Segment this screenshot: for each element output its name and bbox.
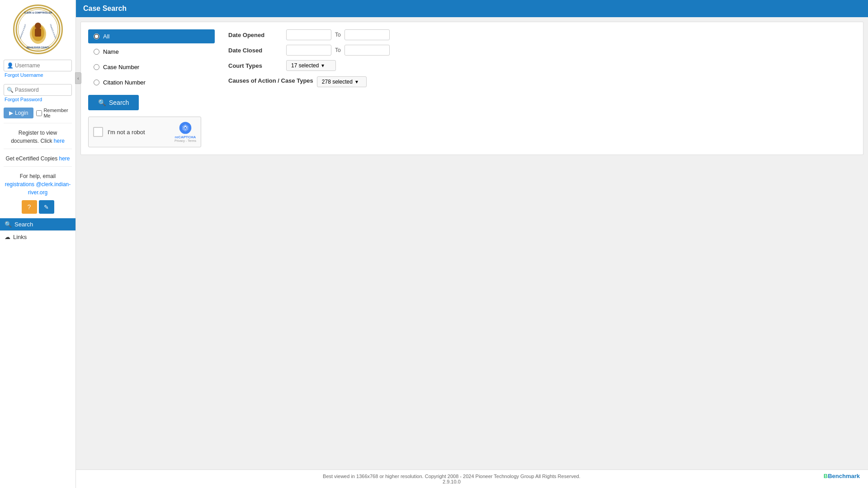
date-opened-to-input[interactable] bbox=[344, 29, 390, 40]
case-search-form: All Name Case Number Citation Number bbox=[80, 22, 863, 155]
recaptcha-text: I'm not a robot bbox=[108, 129, 170, 136]
radio-section: All Name Case Number Citation Number bbox=[88, 29, 215, 147]
date-opened-from-input[interactable] bbox=[286, 29, 331, 40]
radio-name-label[interactable]: Name bbox=[103, 48, 119, 55]
recaptcha-logo: reCAPTCHA Privacy - Terms bbox=[175, 122, 196, 142]
page-title: Case Search bbox=[83, 5, 127, 12]
radio-name-input[interactable] bbox=[94, 49, 99, 55]
sidebar: CLERK & COMPTROLLER INDIAN RIVER COUNTY … bbox=[0, 0, 76, 488]
date-closed-to-label: To bbox=[335, 47, 341, 53]
ecertified-link[interactable]: here bbox=[59, 155, 70, 162]
login-button[interactable]: ▶ Login bbox=[4, 108, 33, 118]
forgot-username-link[interactable]: Forgot Username bbox=[4, 72, 72, 78]
radio-citation-input[interactable] bbox=[94, 80, 99, 85]
svg-rect-6 bbox=[35, 28, 41, 37]
radio-all[interactable]: All bbox=[88, 29, 215, 43]
sidebar-links-label: Links bbox=[13, 234, 27, 240]
causes-value: 278 selected bbox=[322, 79, 353, 85]
user-icon: 👤 bbox=[7, 62, 14, 69]
edit-icon-button[interactable]: ✎ bbox=[39, 200, 54, 214]
sidebar-links-bar[interactable]: ☁ Links bbox=[0, 230, 75, 243]
remember-me-label[interactable]: Remember Me bbox=[36, 108, 72, 118]
sidebar-search-bar[interactable]: 🔍 Search bbox=[0, 218, 75, 230]
logo: CLERK & COMPTROLLER INDIAN RIVER COUNTY … bbox=[13, 5, 63, 54]
pencil-icon: ✎ bbox=[44, 204, 49, 211]
footer-version: 2.9.10.0 bbox=[80, 479, 864, 484]
username-group: 👤 Forgot Username bbox=[0, 58, 75, 82]
remember-me-text: Remember Me bbox=[43, 108, 72, 118]
svg-text:CLERK & COMPTROLLER: CLERK & COMPTROLLER bbox=[24, 11, 52, 14]
divider-3 bbox=[4, 166, 71, 167]
footer-copyright: Best viewed in 1366x768 or higher resolu… bbox=[80, 474, 864, 479]
divider-2 bbox=[4, 149, 71, 149]
password-group: 🔍 Forgot Password bbox=[0, 82, 75, 107]
svg-point-5 bbox=[35, 23, 41, 29]
date-closed-label: Date Closed bbox=[228, 47, 283, 54]
search-button-label: Search bbox=[109, 99, 129, 106]
causes-dropdown[interactable]: 278 selected ▾ bbox=[317, 76, 367, 87]
radio-name[interactable]: Name bbox=[88, 45, 215, 59]
court-types-label: Court Types bbox=[228, 62, 283, 69]
radio-citation-number[interactable]: Citation Number bbox=[88, 75, 215, 89]
help-email-link[interactable]: registrations @clerk.indian-river.org bbox=[5, 181, 71, 196]
radio-case-input[interactable] bbox=[94, 64, 99, 70]
question-icon: ? bbox=[28, 203, 31, 211]
main-content: Case Search All Name Case Nu bbox=[76, 0, 868, 488]
svg-text:INDIAN RIVER COUNTY: INDIAN RIVER COUNTY bbox=[26, 47, 49, 49]
username-input[interactable] bbox=[4, 60, 72, 71]
lock-icon: 🔍 bbox=[7, 87, 14, 93]
causes-label: Causes of Action / Case Types bbox=[228, 75, 313, 84]
search-button[interactable]: 🔍 Search bbox=[88, 95, 139, 110]
register-link[interactable]: here bbox=[54, 138, 65, 144]
login-label: Login bbox=[15, 110, 28, 116]
ecertified-text: Get eCertified Copies here bbox=[1, 152, 74, 164]
login-row: ▶ Login Remember Me bbox=[0, 107, 75, 120]
recaptcha-checkbox[interactable] bbox=[93, 127, 103, 137]
search-bar-icon: 🔍 bbox=[5, 221, 12, 228]
radio-case-label[interactable]: Case Number bbox=[103, 64, 139, 70]
date-closed-from-input[interactable] bbox=[286, 45, 331, 56]
forgot-password-link[interactable]: Forgot Password bbox=[4, 97, 72, 102]
form-layout: All Name Case Number Citation Number bbox=[88, 29, 856, 147]
benchmark-logo: BBenchmark bbox=[824, 473, 860, 479]
radio-all-label[interactable]: All bbox=[103, 33, 109, 40]
login-arrow-icon: ▶ bbox=[9, 110, 13, 116]
court-types-row: Court Types 17 selected ▾ bbox=[228, 60, 856, 71]
collapse-toggle[interactable]: ‹ bbox=[75, 72, 81, 84]
recaptcha-sub: Privacy - Terms bbox=[175, 139, 196, 142]
date-opened-label: Date Opened bbox=[228, 32, 283, 38]
sidebar-search-label: Search bbox=[14, 221, 33, 228]
svg-point-12 bbox=[184, 127, 186, 129]
court-types-value: 17 selected bbox=[291, 62, 319, 69]
recaptcha-brand: reCAPTCHA bbox=[175, 135, 196, 139]
radio-case-number[interactable]: Case Number bbox=[88, 60, 215, 74]
remember-me-checkbox[interactable] bbox=[36, 110, 42, 116]
date-closed-row: Date Closed To bbox=[228, 45, 856, 56]
radio-citation-label[interactable]: Citation Number bbox=[103, 79, 146, 86]
recaptcha-box: I'm not a robot reCAPTCHA Privacy - Term… bbox=[88, 117, 201, 147]
search-icon: 🔍 bbox=[98, 99, 106, 106]
filter-section: Date Opened To Date Closed To Co bbox=[228, 29, 856, 92]
radio-all-input[interactable] bbox=[94, 33, 99, 39]
causes-chevron-icon: ▾ bbox=[355, 79, 358, 85]
causes-row: Causes of Action / Case Types 278 select… bbox=[228, 75, 856, 87]
register-text: Register to view documents. Click here bbox=[0, 126, 75, 146]
divider-1 bbox=[4, 123, 71, 123]
court-types-dropdown[interactable]: 17 selected ▾ bbox=[286, 60, 336, 71]
cloud-icon: ☁ bbox=[5, 234, 10, 240]
page-header: Case Search bbox=[76, 0, 868, 17]
court-types-chevron-icon: ▾ bbox=[321, 62, 324, 69]
content-spacer bbox=[76, 160, 868, 469]
help-icon-button[interactable]: ? bbox=[22, 200, 37, 214]
icon-buttons-row: ? ✎ bbox=[22, 200, 54, 214]
password-input[interactable] bbox=[4, 84, 72, 96]
page-footer: BBenchmark Best viewed in 1366x768 or hi… bbox=[76, 469, 868, 488]
date-opened-row: Date Opened To bbox=[228, 29, 856, 40]
chevron-left-icon: ‹ bbox=[77, 76, 79, 81]
date-opened-to-label: To bbox=[335, 32, 341, 38]
date-closed-to-input[interactable] bbox=[344, 45, 390, 56]
help-text: For help, email registrations @clerk.ind… bbox=[0, 169, 75, 197]
